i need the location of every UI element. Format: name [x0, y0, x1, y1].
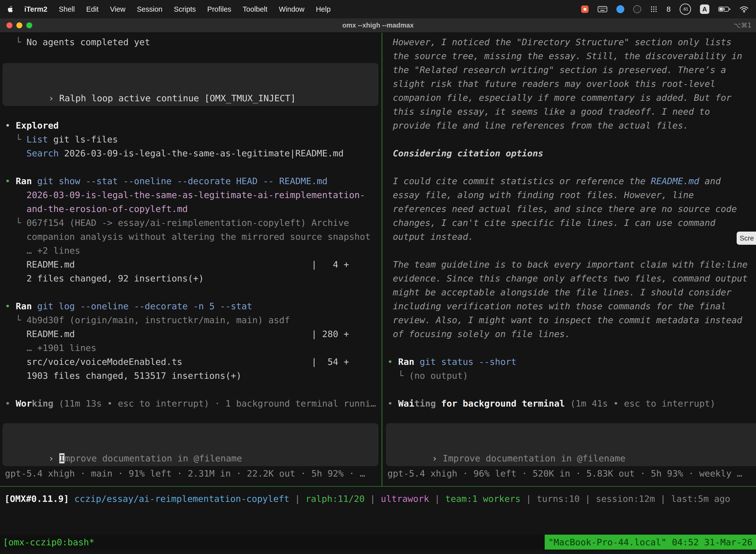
- terminal-line: provide file and line references from th…: [387, 119, 756, 132]
- apple-icon: [7, 6, 13, 13]
- menubar-status-icons: 8 .61 A: [581, 3, 749, 15]
- apple-menu[interactable]: [7, 6, 13, 13]
- text-cursor: I: [59, 453, 65, 463]
- terminal-line: 1903 files changed, 513517 insertions(+): [5, 369, 381, 383]
- inject-text: Ralph loop active continue [OMX_TMUX_INJ…: [59, 93, 296, 103]
- terminal-line: the source tree, missing the essay. Stil…: [387, 49, 756, 63]
- right-pane-output: However, I noticed the "Directory Struct…: [382, 33, 756, 410]
- menu-item-profiles[interactable]: Profiles: [207, 5, 232, 13]
- menu-item-scripts[interactable]: Scripts: [174, 5, 196, 13]
- terminal-line: [387, 383, 756, 397]
- terminal-line: • Ran git status --short: [387, 355, 756, 369]
- terminal-line: of focusing solely on file lines.: [387, 327, 756, 341]
- terminal-line: companion analysis without altering the …: [5, 230, 381, 244]
- window-titlebar: omx --xhigh --madmax ⌥⌘1: [0, 18, 756, 33]
- window-shortcut-badge: ⌥⌘1: [734, 21, 752, 29]
- left-status-meta: gpt-5.4 xhigh · main · 91% left · 2.31M …: [5, 466, 365, 481]
- terminal-line: Search 2026-03-09-is-legal-the-same-as-l…: [5, 147, 381, 160]
- window-title: omx --xhigh --madmax: [0, 21, 756, 29]
- traffic-lights: [6, 22, 32, 28]
- left-pane-output: • Explored └ List git ls-files Search 20…: [0, 119, 381, 410]
- battery-icon[interactable]: [718, 6, 731, 12]
- terminal-line: I could cite commit statistics or refere…: [387, 174, 756, 188]
- terminal-line: └ 4b9d30f (origin/main, instructkr/main,…: [5, 313, 381, 327]
- terminal-line: └ 067f154 (HEAD -> essay/ai-reimplementa…: [5, 216, 381, 230]
- record-stop-icon: [584, 8, 586, 11]
- menubar-counter[interactable]: 8: [667, 5, 671, 13]
- terminal-line: └ No agents completed yet: [5, 35, 381, 49]
- gauge-indicator[interactable]: .61: [680, 3, 691, 15]
- left-pane-scrollback-top: └ No agents completed yet: [0, 33, 381, 63]
- terminal-line: companion file, especially if more comme…: [387, 91, 756, 105]
- terminal-line: review. Also, I might want to inspect th…: [387, 313, 756, 327]
- menu-item-help[interactable]: Help: [316, 5, 331, 13]
- menu-items: iTerm2ShellEditViewSessionScriptsProfile…: [24, 5, 331, 13]
- terminal-line: and-the-erosion-of-copyleft.md: [5, 202, 381, 216]
- terminal-line: • Waiting for background terminal (1m 41…: [387, 397, 756, 410]
- terminal-line: changes, I can't cite specific file line…: [387, 216, 756, 230]
- menu-item-iterm2[interactable]: iTerm2: [24, 5, 47, 13]
- keyboard-icon[interactable]: [597, 5, 608, 13]
- input-source-indicator[interactable]: A: [700, 4, 709, 14]
- blue-app-icon[interactable]: [616, 5, 624, 13]
- terminal-window: └ No agents completed yet › Ralph loop a…: [0, 33, 756, 554]
- terminal-line: • Explored: [5, 119, 381, 132]
- composer-prompt: ›: [432, 453, 442, 463]
- menu-item-shell[interactable]: Shell: [59, 5, 75, 13]
- terminal-line: references need actual files, and since …: [387, 202, 756, 216]
- terminal-line: evidence. Since this change only affects…: [387, 272, 756, 285]
- terminal-line: README.md | 280 +: [5, 327, 381, 341]
- terminal-line: [5, 49, 381, 63]
- right-status-meta: gpt-5.4 xhigh · 96% left · 520K in · 5.8…: [387, 466, 742, 481]
- terminal-line: … +1901 lines: [5, 341, 381, 355]
- zoom-button[interactable]: [26, 22, 32, 28]
- terminal-line: [387, 341, 756, 355]
- terminal-line: Considering citation options: [387, 147, 756, 160]
- composer-input-right[interactable]: › Improve documentation in @filename: [386, 423, 756, 466]
- terminal-line: including verification notes with those …: [387, 299, 756, 313]
- tmux-status-bar: [omx-cczip0:bash* "MacBook-Pro-44.local"…: [0, 535, 756, 550]
- terminal-line: slight risk that future readers may over…: [387, 77, 756, 91]
- terminal-line: [387, 244, 756, 258]
- tmux-host-label: "MacBook-Pro-44.local" 04:52 31-Mar-26: [548, 537, 753, 547]
- tmux-host-block: "MacBook-Pro-44.local" 04:52 31-Mar-26: [545, 535, 756, 550]
- terminal-line: this single essay, it seems like a good …: [387, 105, 756, 119]
- terminal-line: README.md | 4 +: [5, 258, 381, 272]
- close-button[interactable]: [6, 22, 12, 28]
- inject-prompt: ›: [48, 93, 59, 103]
- screen-recording-indicator[interactable]: [581, 5, 588, 13]
- terminal-line: └ (no output): [387, 369, 756, 383]
- menu-item-edit[interactable]: Edit: [86, 5, 99, 13]
- terminal-line: the "Related research writing" section i…: [387, 63, 756, 77]
- composer-placeholder: mprove documentation in @filename: [64, 453, 242, 463]
- left-terminal-pane[interactable]: └ No agents completed yet › Ralph loop a…: [0, 33, 381, 486]
- injected-message-box: › Ralph loop active continue [OMX_TMUX_I…: [2, 63, 378, 106]
- menu-item-toolbelt[interactable]: Toolbelt: [243, 5, 267, 13]
- wifi-icon[interactable]: [740, 6, 749, 13]
- terminal-line: • Ran git log --oneline --decorate -n 5 …: [5, 299, 381, 313]
- app-grid-icon[interactable]: [650, 5, 657, 13]
- tmux-session-label: [omx-cczip0:bash*: [0, 537, 94, 547]
- screen-overlay-tab[interactable]: Scre: [737, 232, 756, 245]
- menu-item-view[interactable]: View: [110, 5, 125, 13]
- terminal-line: └ List git ls-files: [5, 132, 381, 147]
- terminal-line: [5, 285, 381, 299]
- composer-input-left[interactable]: › Improve documentation in @filename: [2, 423, 378, 466]
- menu-item-window[interactable]: Window: [279, 5, 304, 13]
- composer-prompt: ›: [48, 453, 59, 463]
- terminal-line: [5, 383, 381, 397]
- terminal-line: might be acceptable alongside the file l…: [387, 285, 756, 299]
- dark-app-icon[interactable]: [633, 5, 641, 13]
- terminal-line: [387, 132, 756, 147]
- right-terminal-pane[interactable]: However, I noticed the "Directory Struct…: [382, 33, 756, 486]
- terminal-line: 2 files changed, 92 insertions(+): [5, 272, 381, 285]
- menu-item-session[interactable]: Session: [137, 5, 163, 13]
- omx-status-bar: [OMX#0.11.9] cczip/essay/ai-reimplementa…: [4, 492, 730, 506]
- terminal-line: 2026-03-09-is-legal-the-same-as-legitima…: [5, 188, 381, 202]
- minimize-button[interactable]: [16, 22, 22, 28]
- terminal-line: [387, 160, 756, 174]
- terminal-line: [OMX#0.11.9] cczip/essay/ai-reimplementa…: [4, 492, 730, 506]
- pane-bottom-border: [0, 486, 756, 487]
- terminal-line: … +2 lines: [5, 244, 381, 258]
- terminal-line: src/voice/voiceModeEnabled.ts | 54 +: [5, 355, 381, 369]
